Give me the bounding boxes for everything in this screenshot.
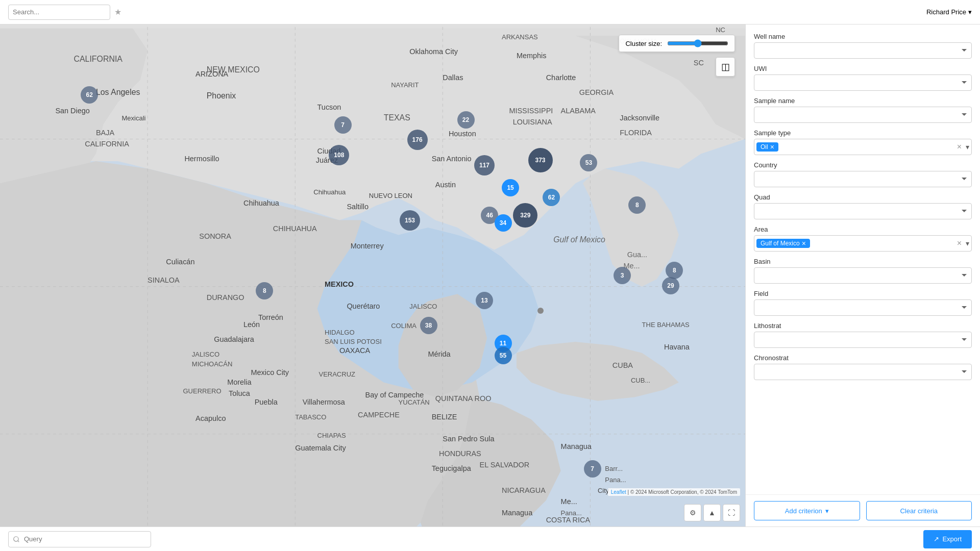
filter-label-basin: Basin [754, 258, 972, 265]
query-section [8, 531, 923, 547]
export-icon: ↗ [934, 535, 939, 543]
filter-row-quad: Quad [754, 193, 972, 219]
cluster-marker[interactable]: 62 [543, 189, 560, 206]
filter-row-uwi: UWI [754, 65, 972, 91]
collapse-button[interactable]: ▲ [703, 504, 721, 521]
sample-type-actions: × ▾ [957, 142, 969, 152]
cluster-marker[interactable]: 8 [666, 262, 683, 279]
cluster-marker[interactable]: 22 [457, 111, 475, 129]
cluster-marker[interactable]: 3 [614, 267, 631, 284]
bottombar: ↗ Export [0, 527, 980, 551]
clusters-container: 62 7 176 22 108 117 373 53 15 62 [0, 24, 745, 527]
filter-panel: Well name UWI Sample name [746, 24, 980, 494]
filter-label-lithostrat: Lithostrat [754, 322, 972, 330]
tag-gulf-close[interactable]: × [802, 240, 806, 247]
filter-row-area: Area Gulf of Mexico × × ▾ [754, 226, 972, 252]
filter-row-sample-type: Sample type Oil × × ▾ [754, 129, 972, 155]
cluster-marker[interactable]: 8 [256, 282, 273, 299]
area-clear-icon[interactable]: × [957, 239, 964, 248]
sample-type-chevron-icon[interactable]: ▾ [966, 143, 969, 151]
search-input[interactable] [8, 5, 110, 20]
topbar-left: ★ [8, 5, 121, 20]
add-criterion-button[interactable]: Add criterion ▾ [754, 501, 860, 520]
cluster-marker[interactable]: 29 [662, 277, 679, 294]
right-panel: Well name UWI Sample name [745, 24, 980, 527]
cluster-size-control: Cluster size: [619, 35, 735, 52]
filter-row-basin: Basin [754, 258, 972, 284]
user-info: Richard Price ▾ [926, 8, 972, 16]
clear-criteria-button[interactable]: Clear criteria [866, 501, 972, 520]
query-input[interactable] [8, 531, 151, 547]
map-area[interactable]: CALIFORNIA Los Angeles San Diego Phoenix… [0, 24, 745, 527]
cluster-marker[interactable]: 55 [495, 347, 512, 364]
filter-row-country: Country [754, 161, 972, 187]
filter-select-well-name[interactable] [754, 42, 972, 59]
star-icon[interactable]: ★ [114, 7, 121, 17]
expand-button[interactable]: ⛶ [723, 504, 740, 521]
filter-select-sample-name[interactable] [754, 107, 972, 123]
cluster-marker[interactable]: 62 [81, 86, 98, 104]
map-attribution: Leaflet | © 2024 Microsoft Corporation, … [608, 488, 740, 496]
cluster-marker[interactable]: 7 [584, 460, 601, 478]
cluster-size-label: Cluster size: [625, 40, 662, 47]
map-container: CALIFORNIA Los Angeles San Diego Phoenix… [0, 24, 745, 527]
cluster-marker[interactable]: 117 [474, 155, 495, 176]
filter-row-chronostrat: Chronostrat [754, 354, 972, 380]
filter-tag-gulf: Gulf of Mexico × [756, 239, 810, 248]
filter-select-field[interactable] [754, 299, 972, 316]
cluster-marker[interactable]: 13 [476, 292, 493, 309]
sample-type-clear-icon[interactable]: × [957, 142, 964, 152]
area-chevron-icon[interactable]: ▾ [966, 239, 969, 247]
layer-button[interactable]: ◫ [716, 57, 735, 77]
cluster-marker[interactable]: 7 [334, 116, 352, 134]
filter-label-country: Country [754, 161, 972, 169]
settings-button[interactable]: ⚙ [684, 504, 701, 521]
cluster-marker[interactable]: 53 [580, 154, 597, 171]
filter-label-uwi: UWI [754, 65, 972, 72]
user-chevron-icon[interactable]: ▾ [968, 8, 972, 16]
filter-row-field: Field [754, 290, 972, 316]
filter-select-lithostrat[interactable] [754, 332, 972, 348]
export-button[interactable]: ↗ Export [923, 530, 972, 548]
clear-criteria-label: Clear criteria [900, 507, 938, 515]
cluster-marker[interactable]: 38 [420, 317, 437, 334]
filter-label-area: Area [754, 226, 972, 233]
cluster-marker[interactable]: 8 [628, 196, 646, 214]
cluster-marker[interactable]: 176 [407, 130, 428, 150]
cluster-marker[interactable]: 108 [329, 145, 349, 165]
city-dot [537, 308, 544, 314]
tag-oil-text: Oil [761, 143, 768, 151]
tag-gulf-text: Gulf of Mexico [761, 240, 800, 247]
filter-label-sample-name: Sample name [754, 97, 972, 105]
filter-row-lithostrat: Lithostrat [754, 322, 972, 348]
panel-bottom: Add criterion ▾ Clear criteria [746, 494, 980, 527]
main-content: CALIFORNIA Los Angeles San Diego Phoenix… [0, 24, 980, 527]
cluster-marker[interactable]: 15 [502, 179, 519, 196]
cluster-size-slider[interactable] [667, 39, 728, 47]
cluster-marker[interactable]: 153 [400, 210, 420, 231]
filter-tag-oil: Oil × [756, 142, 778, 152]
filter-select-country[interactable] [754, 171, 972, 187]
filter-select-chronostrat[interactable] [754, 364, 972, 380]
filter-select-quad[interactable] [754, 203, 972, 219]
add-criterion-chevron-icon: ▾ [825, 507, 829, 515]
tag-oil-close[interactable]: × [770, 143, 774, 151]
export-label: Export [942, 535, 962, 543]
filter-row-sample-name: Sample name [754, 97, 972, 123]
filter-row-well-name: Well name [754, 33, 972, 59]
filter-select-basin[interactable] [754, 267, 972, 284]
topbar: ★ Richard Price ▾ [0, 0, 980, 24]
leaflet-link[interactable]: Leaflet [611, 489, 626, 495]
attribution-text: | © 2024 Microsoft Corporation, © 2024 T… [626, 489, 737, 495]
cluster-marker[interactable]: 373 [528, 148, 553, 172]
cluster-marker[interactable]: 34 [495, 214, 512, 232]
cluster-marker[interactable]: 329 [513, 203, 537, 228]
filter-tag-box-sample-type[interactable]: Oil × × ▾ [754, 139, 972, 155]
area-actions: × ▾ [957, 239, 969, 248]
filter-select-uwi[interactable] [754, 74, 972, 91]
layers-icon: ◫ [721, 61, 730, 72]
filter-tag-box-area[interactable]: Gulf of Mexico × × ▾ [754, 235, 972, 252]
filter-label-field: Field [754, 290, 972, 297]
filter-label-well-name: Well name [754, 33, 972, 40]
add-criterion-label: Add criterion [785, 507, 822, 515]
